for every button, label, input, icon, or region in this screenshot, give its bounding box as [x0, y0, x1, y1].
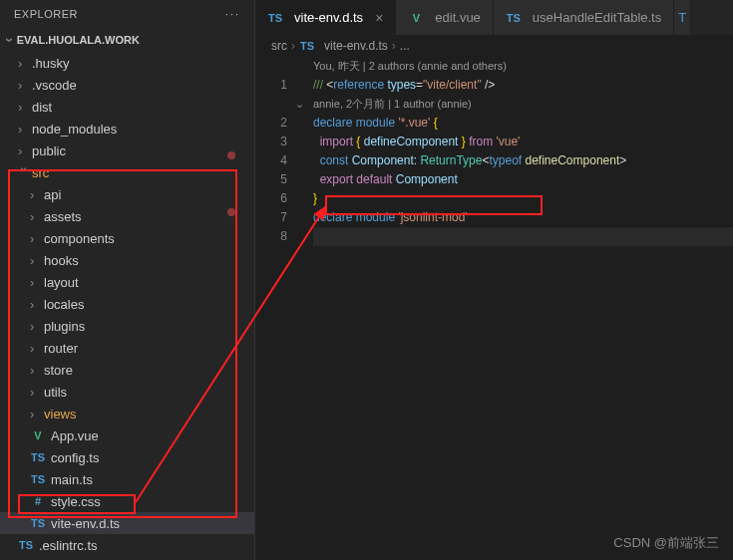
file-style-css[interactable]: #style.css [0, 490, 254, 512]
css-icon: # [30, 495, 46, 507]
editor-area: TSvite-env.d.ts× Vedit.vue TSuseHandleEd… [255, 0, 733, 560]
folder-layout[interactable]: ›layout [0, 271, 254, 293]
folder-assets[interactable]: ›assets [0, 205, 254, 227]
ts-icon: TS [30, 517, 46, 529]
breadcrumb[interactable]: src › TS vite-env.d.ts › ... [255, 35, 733, 57]
workspace-name: EVAL.HUOLALA.WORK [17, 34, 140, 46]
folder-plugins[interactable]: ›plugins [0, 315, 254, 337]
file-tree: ›.husky ›.vscode ›dist ›node_modules ›pu… [0, 52, 254, 560]
breadcrumb-src[interactable]: src [271, 39, 287, 53]
ts-icon: TS [506, 12, 522, 24]
vue-icon: V [30, 429, 46, 441]
vue-icon: V [408, 12, 424, 24]
file-config-ts[interactable]: TSconfig.ts [0, 446, 254, 468]
folder-store[interactable]: ›store [0, 359, 254, 381]
explorer-header: EXPLORER ··· [0, 0, 254, 28]
ts-icon: TS [18, 539, 34, 551]
more-icon[interactable]: ··· [225, 8, 240, 20]
code-content[interactable]: You, 昨天 | 2 authors (annie and others) /… [313, 57, 733, 560]
folder-hooks[interactable]: ›hooks [0, 249, 254, 271]
folder-locales[interactable]: ›locales [0, 293, 254, 315]
chevron-right-icon: › [291, 39, 295, 53]
breadcrumb-more[interactable]: ... [400, 39, 410, 53]
folder-husky[interactable]: ›.husky [0, 52, 254, 74]
tab-overflow[interactable]: T [674, 0, 691, 35]
folder-api[interactable]: ›api [0, 183, 254, 205]
file-main-ts[interactable]: TSmain.ts [0, 468, 254, 490]
folder-components[interactable]: ›components [0, 227, 254, 249]
chevron-right-icon: › [392, 39, 396, 53]
folder-views[interactable]: ›views [0, 403, 254, 424]
line-numbers: 1 23 4 56 7 8 [255, 57, 295, 560]
folder-utils[interactable]: ›utils [0, 381, 254, 403]
ts-icon: TS [30, 473, 46, 485]
folder-vscode[interactable]: ›.vscode [0, 74, 254, 96]
ts-icon: TS [267, 12, 283, 24]
modified-indicator-icon [227, 208, 235, 216]
tab-bar: TSvite-env.d.ts× Vedit.vue TSuseHandleEd… [255, 0, 733, 35]
file-app-vue[interactable]: VApp.vue [0, 424, 254, 446]
workspace-header[interactable]: EVAL.HUOLALA.WORK [0, 28, 254, 52]
explorer-title: EXPLORER [14, 8, 78, 20]
folder-dist[interactable]: ›dist [0, 96, 254, 118]
folder-router[interactable]: ›router [0, 337, 254, 359]
watermark: CSDN @前端张三 [613, 534, 719, 552]
codelens-top[interactable]: You, 昨天 | 2 authors (annie and others) [313, 57, 733, 76]
ts-icon: TS [299, 40, 315, 52]
codelens-mid[interactable]: annie, 2个月前 | 1 author (annie) [313, 95, 733, 114]
breadcrumb-file[interactable]: vite-env.d.ts [324, 39, 388, 53]
modified-indicator-icon [227, 151, 235, 159]
fold-gutter: ⌄ [295, 57, 313, 560]
code-editor[interactable]: 1 23 4 56 7 8 ⌄ You, 昨天 | 2 authors (ann… [255, 57, 733, 560]
explorer-sidebar: EXPLORER ··· EVAL.HUOLALA.WORK ›.husky ›… [0, 0, 255, 560]
folder-node-modules[interactable]: ›node_modules [0, 118, 254, 140]
tab-edit-vue[interactable]: Vedit.vue [396, 0, 494, 35]
file-vite-env[interactable]: TSvite-env.d.ts [0, 512, 254, 534]
ts-icon: TS [30, 451, 46, 463]
close-icon[interactable]: × [375, 10, 383, 26]
tab-usehandle[interactable]: TSuseHandleEditTable.ts [494, 0, 674, 35]
folder-public[interactable]: ›public [0, 140, 254, 161]
tab-vite-env[interactable]: TSvite-env.d.ts× [255, 0, 396, 35]
file-eslintrc[interactable]: TS.eslintrc.ts [0, 534, 254, 556]
folder-src[interactable]: ›src [0, 161, 254, 183]
